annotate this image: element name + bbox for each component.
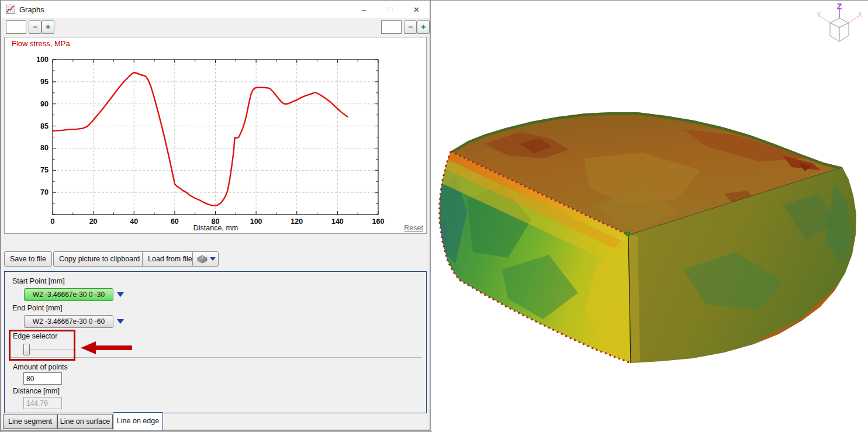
minimize-button[interactable]: –: [351, 1, 377, 18]
edge-selector-highlight-box: [9, 330, 75, 361]
chart-title: Flow stress, MPa: [12, 39, 70, 48]
tab-line-segment[interactable]: Line segment: [3, 414, 57, 429]
x-axis-label: X: [857, 11, 862, 19]
close-button[interactable]: ×: [403, 1, 430, 18]
start-point-label: Start Point [mm]: [12, 277, 65, 285]
load-from-file-button[interactable]: Load from file: [142, 251, 198, 267]
chart-area: Flow stress, MPa 02040608010012014016070…: [4, 37, 427, 234]
svg-text:90: 90: [40, 100, 49, 108]
end-point-label: End Point [mm]: [12, 304, 62, 312]
distance-label: Distance [mm]: [13, 387, 60, 395]
chevron-down-icon: [210, 257, 216, 261]
amount-of-points-label: Amount of points: [13, 363, 68, 371]
brick-icon: [196, 254, 208, 264]
start-point-dropdown-icon[interactable]: [117, 292, 124, 297]
svg-text:80: 80: [40, 144, 49, 152]
svg-text:0: 0: [51, 217, 55, 226]
window-title: Graphs: [19, 5, 44, 14]
y-axis-label: Y: [817, 11, 821, 19]
right-spinner-increment-button[interactable]: +: [417, 20, 430, 34]
tab-line-on-edge[interactable]: Line on edge: [113, 412, 163, 430]
svg-text:75: 75: [40, 166, 49, 174]
svg-text:70: 70: [40, 188, 49, 196]
orientation-axes-widget: Y X Z: [815, 3, 864, 52]
svg-text:140: 140: [331, 217, 344, 226]
copy-picture-button[interactable]: Copy picture to clipboard: [53, 251, 146, 267]
application-window: Graphs – □ × − + − + Flow stress, MPa 02…: [0, 0, 868, 432]
workpiece-3d-model[interactable]: [432, 88, 868, 383]
left-spinner-input[interactable]: [6, 20, 26, 34]
start-point-combo[interactable]: W2 -3.46667e-30 0 -30: [24, 288, 113, 301]
save-to-file-button[interactable]: Save to file: [4, 251, 52, 267]
svg-text:40: 40: [130, 217, 138, 226]
right-spinner-input[interactable]: [381, 20, 402, 34]
start-point-marker: [626, 232, 630, 236]
svg-text:100: 100: [36, 56, 49, 64]
line-on-edge-panel: Start Point [mm] W2 -3.46667e-30 0 -30 E…: [4, 271, 427, 413]
z-axis-label: Z: [837, 3, 842, 11]
distance-input: [23, 397, 62, 409]
end-point-dropdown-icon[interactable]: [117, 319, 124, 324]
tab-line-on-surface[interactable]: Line on surface: [57, 414, 113, 429]
graphs-window: Graphs – □ × − + − + Flow stress, MPa 02…: [1, 1, 431, 431]
graph-toolbar: − + − +: [1, 18, 430, 37]
annotation-arrow-icon: [79, 340, 133, 356]
end-point-combo[interactable]: W2 -3.46667e-30 0 -60: [24, 315, 113, 328]
graph-window-icon: [6, 5, 15, 14]
svg-text:160: 160: [372, 217, 385, 226]
svg-text:20: 20: [89, 217, 98, 226]
reset-link[interactable]: Reset: [404, 224, 423, 232]
viewport-3d[interactable]: Y X Z: [432, 1, 868, 432]
flow-stress-chart[interactable]: 020406080100120140160707580859095100: [5, 37, 426, 233]
titlebar[interactable]: Graphs – □ ×: [1, 1, 430, 18]
export-menu-button[interactable]: [192, 251, 219, 267]
svg-text:85: 85: [40, 122, 49, 130]
chart-x-axis-label: Distance, mm: [168, 224, 263, 232]
amount-of-points-input[interactable]: [23, 372, 62, 385]
svg-text:95: 95: [40, 78, 49, 86]
maximize-button[interactable]: □: [377, 1, 403, 18]
left-spinner-increment-button[interactable]: +: [42, 20, 54, 34]
svg-text:120: 120: [291, 217, 303, 226]
right-spinner-decrement-button[interactable]: −: [404, 20, 417, 34]
left-spinner-decrement-button[interactable]: −: [29, 20, 42, 34]
